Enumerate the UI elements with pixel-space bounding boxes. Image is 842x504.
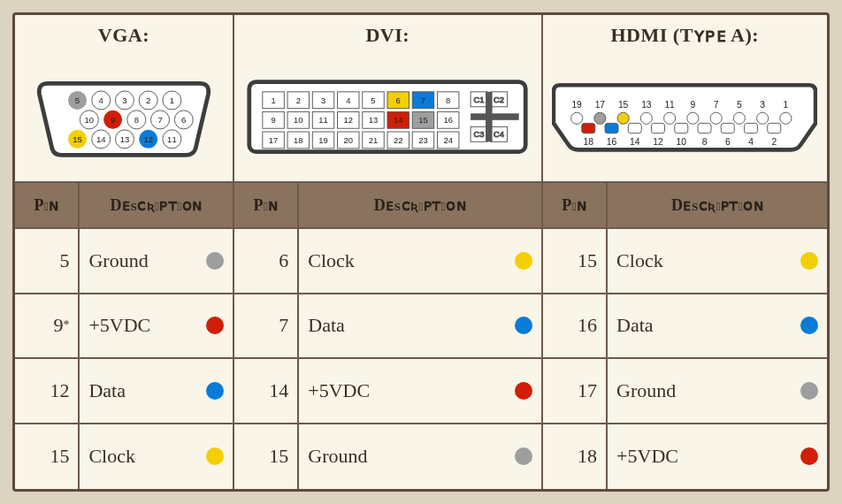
pin-cell: 16 [543, 294, 608, 360]
svg-text:6: 6 [181, 114, 186, 124]
color-dot-icon [800, 447, 818, 465]
svg-text:6: 6 [396, 95, 401, 105]
desc-cell: Clock [608, 229, 827, 294]
svg-rect-123 [745, 124, 758, 134]
svg-text:10: 10 [84, 114, 94, 124]
svg-rect-109 [582, 124, 595, 134]
color-dot-icon [206, 447, 224, 465]
svg-text:4: 4 [98, 95, 103, 104]
svg-text:5: 5 [75, 95, 80, 104]
svg-point-95 [641, 112, 653, 124]
svg-text:11: 11 [319, 115, 328, 125]
svg-point-107 [780, 112, 792, 124]
desc-text: Data [616, 314, 654, 337]
svg-text:17: 17 [269, 135, 278, 145]
svg-text:13: 13 [120, 134, 130, 143]
svg-text:C3: C3 [474, 129, 485, 139]
header-pin-vga: Pɪɴ [15, 183, 80, 229]
color-dot-icon [515, 447, 532, 465]
dvi-title: DVI: [365, 15, 410, 52]
pin-cell: 15 [543, 229, 608, 294]
desc-cell: +5VDC [80, 294, 233, 360]
desc-text: Clock [616, 249, 663, 272]
svg-text:14: 14 [96, 134, 106, 143]
svg-text:7: 7 [714, 100, 719, 110]
color-dot-icon [515, 317, 532, 334]
pin-cell: 9* [15, 294, 80, 360]
svg-text:18: 18 [584, 137, 594, 147]
color-dot-icon [800, 317, 818, 334]
desc-cell: Ground [608, 359, 827, 424]
svg-text:21: 21 [369, 135, 378, 145]
svg-text:19: 19 [319, 135, 328, 145]
desc-cell: Ground [299, 424, 542, 490]
color-dot-icon [800, 382, 818, 400]
header-desc-vga: Dᴇsᴄʀɪᴘᴛɪᴏɴ [80, 183, 233, 229]
svg-text:2: 2 [296, 95, 301, 105]
desc-cell: Clock [80, 424, 233, 490]
table-row: 15 Clock 15 Ground 18 +5VDC [15, 424, 827, 490]
desc-cell: +5VDC [608, 424, 827, 490]
svg-text:4: 4 [748, 137, 754, 147]
pin-cell: 18 [543, 424, 608, 490]
svg-point-105 [757, 112, 769, 124]
svg-rect-88 [471, 113, 519, 120]
svg-rect-113 [629, 124, 642, 134]
svg-rect-115 [652, 124, 665, 134]
svg-text:14: 14 [630, 137, 640, 147]
desc-text: Data [308, 314, 345, 337]
color-dot-icon [206, 252, 224, 270]
svg-text:1: 1 [170, 95, 174, 104]
desc-cell: Clock [299, 229, 542, 294]
svg-text:12: 12 [143, 134, 153, 143]
svg-text:14: 14 [394, 115, 402, 125]
connector-row: VGA: 5 4 3 2 1 [15, 15, 827, 183]
svg-text:8: 8 [702, 137, 708, 147]
color-dot-icon [515, 252, 532, 270]
dvi-diagram: 123456789101112131415161718192021222324 … [234, 52, 541, 181]
svg-text:5: 5 [371, 95, 376, 105]
header-desc-dvi: Dᴇsᴄʀɪᴘᴛɪᴏɴ [299, 183, 542, 229]
desc-cell: Data [608, 294, 827, 360]
svg-text:2: 2 [146, 95, 150, 104]
color-dot-icon [800, 252, 818, 270]
color-dot-icon [515, 382, 532, 400]
header-desc-hdmi: Dᴇsᴄʀɪᴘᴛɪᴏɴ [608, 183, 827, 229]
svg-point-97 [664, 112, 676, 124]
svg-text:3: 3 [761, 100, 766, 110]
table-row: 9* +5VDC 7 Data 16 Data [15, 294, 827, 360]
table-body: 5 Ground 6 Clock 15 Clock 9* +5VDC [15, 229, 827, 489]
svg-text:9: 9 [272, 115, 276, 125]
table-row: 12 Data 14 +5VDC 17 Ground [15, 359, 827, 424]
svg-text:24: 24 [444, 135, 453, 145]
svg-text:20: 20 [344, 135, 353, 145]
svg-text:8: 8 [134, 114, 139, 124]
header-pin-hdmi: Pɪɴ [543, 183, 608, 229]
svg-rect-111 [605, 124, 618, 134]
desc-text: Ground [308, 445, 367, 468]
hdmi-section: HDMI (Tʏᴘᴇ A): 1917151311975311816141210… [543, 15, 827, 183]
svg-text:17: 17 [595, 100, 606, 110]
pin-cell: 15 [234, 424, 299, 490]
table-row: 5 Ground 6 Clock 15 Clock [15, 229, 827, 294]
svg-text:15: 15 [618, 100, 629, 110]
pin-cell: 5 [15, 229, 80, 294]
svg-text:13: 13 [641, 100, 652, 110]
table-header-row: Pɪɴ Dᴇsᴄʀɪᴘᴛɪᴏɴ Pɪɴ Dᴇsᴄʀɪᴘᴛɪᴏɴ Pɪɴ Dᴇsᴄ… [15, 183, 827, 229]
pin-cell: 14 [234, 359, 299, 424]
desc-text: Clock [88, 445, 135, 468]
svg-point-101 [710, 112, 722, 124]
svg-text:C4: C4 [494, 129, 504, 139]
svg-rect-119 [698, 124, 711, 134]
svg-text:8: 8 [446, 95, 450, 105]
desc-cell: +5VDC [299, 359, 542, 424]
desc-text: Ground [616, 379, 676, 402]
color-dot-icon [206, 317, 224, 334]
svg-point-93 [617, 112, 629, 124]
reference-card: VGA: 5 4 3 2 1 [12, 12, 830, 492]
desc-cell: Data [299, 294, 542, 360]
svg-text:1: 1 [784, 100, 789, 110]
svg-text:3: 3 [321, 95, 325, 105]
page: VGA: 5 4 3 2 1 [0, 0, 842, 504]
desc-cell: Ground [80, 229, 233, 294]
